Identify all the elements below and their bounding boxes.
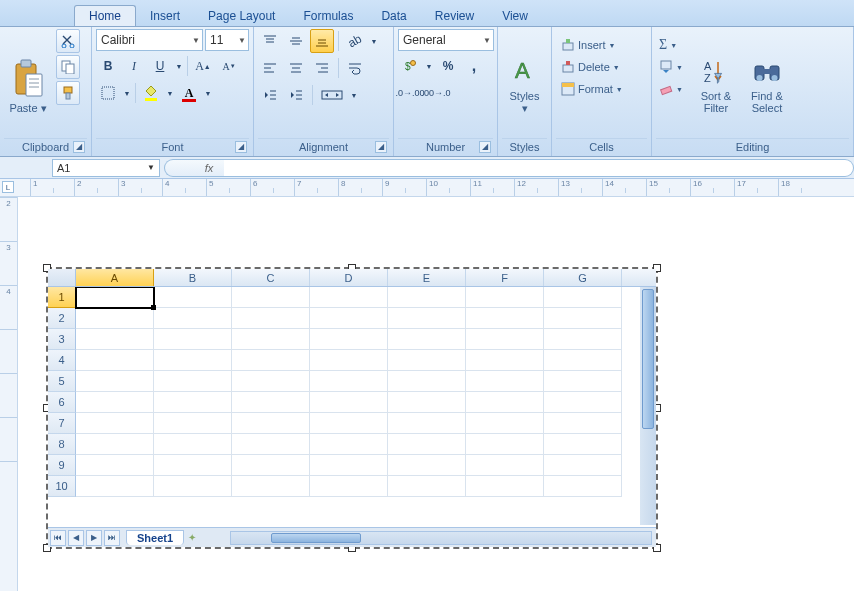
select-all-corner[interactable] — [48, 269, 76, 286]
cell[interactable] — [388, 329, 466, 350]
cell[interactable] — [232, 308, 310, 329]
cell[interactable] — [544, 329, 622, 350]
column-header[interactable]: A — [76, 269, 154, 286]
number-launcher[interactable]: ◢ — [479, 141, 491, 153]
sheet-tab[interactable]: Sheet1 — [126, 530, 184, 545]
tab-data[interactable]: Data — [367, 6, 420, 26]
cell[interactable] — [232, 476, 310, 497]
tab-formulas[interactable]: Formulas — [289, 6, 367, 26]
align-center-button[interactable] — [284, 56, 308, 80]
cell[interactable] — [466, 413, 544, 434]
cell[interactable] — [76, 476, 154, 497]
underline-button[interactable]: U — [148, 54, 172, 78]
cell[interactable] — [466, 434, 544, 455]
cell[interactable] — [154, 329, 232, 350]
cell[interactable] — [310, 413, 388, 434]
cell[interactable] — [544, 308, 622, 329]
tab-review[interactable]: Review — [421, 6, 488, 26]
cell[interactable] — [76, 371, 154, 392]
fill-color-button[interactable] — [139, 81, 163, 105]
cell[interactable] — [466, 371, 544, 392]
cell[interactable] — [310, 308, 388, 329]
cell[interactable] — [232, 287, 310, 308]
align-right-button[interactable] — [310, 56, 334, 80]
cell[interactable] — [466, 308, 544, 329]
autosum-button[interactable]: Σ ▼ — [656, 35, 686, 55]
tab-view[interactable]: View — [488, 6, 542, 26]
sheet-nav-next[interactable]: ▶ — [86, 530, 102, 546]
align-middle-button[interactable] — [284, 29, 308, 53]
row-header[interactable]: 4 — [48, 350, 76, 371]
row-header[interactable]: 9 — [48, 455, 76, 476]
cell[interactable] — [76, 434, 154, 455]
column-header[interactable]: C — [232, 269, 310, 286]
formula-bar[interactable] — [224, 159, 854, 177]
sheet-nav-last[interactable]: ⏭ — [104, 530, 120, 546]
row-header[interactable]: 7 — [48, 413, 76, 434]
cell[interactable] — [388, 455, 466, 476]
cell[interactable] — [232, 371, 310, 392]
cell[interactable] — [232, 455, 310, 476]
number-format-combo[interactable]: General▼ — [398, 29, 494, 51]
cell[interactable] — [76, 308, 154, 329]
row-header[interactable]: 5 — [48, 371, 76, 392]
clipboard-launcher[interactable]: ◢ — [73, 141, 85, 153]
cell[interactable] — [232, 392, 310, 413]
column-header[interactable]: D — [310, 269, 388, 286]
cell[interactable] — [154, 392, 232, 413]
cell[interactable] — [232, 434, 310, 455]
cell[interactable] — [154, 308, 232, 329]
row-header[interactable]: 8 — [48, 434, 76, 455]
fill-button[interactable]: ▼ — [656, 57, 686, 77]
column-header[interactable]: B — [154, 269, 232, 286]
cell[interactable] — [310, 455, 388, 476]
cell[interactable] — [232, 350, 310, 371]
borders-dropdown[interactable]: ▼ — [122, 81, 132, 105]
cell[interactable] — [310, 434, 388, 455]
cell[interactable] — [310, 329, 388, 350]
cell[interactable] — [388, 413, 466, 434]
row-header[interactable]: 10 — [48, 476, 76, 497]
cell[interactable] — [76, 287, 154, 308]
cell[interactable] — [154, 434, 232, 455]
cell[interactable] — [466, 287, 544, 308]
cell[interactable] — [388, 371, 466, 392]
increase-indent-button[interactable] — [284, 83, 308, 107]
underline-dropdown[interactable]: ▼ — [174, 54, 184, 78]
vertical-scrollbar[interactable] — [640, 287, 656, 525]
borders-button[interactable] — [96, 81, 120, 105]
name-box[interactable]: A1▼ — [52, 159, 160, 177]
horizontal-scrollbar[interactable] — [230, 531, 652, 545]
cell[interactable] — [154, 476, 232, 497]
cell[interactable] — [544, 476, 622, 497]
clear-button[interactable]: ▼ — [656, 79, 686, 99]
insert-cells-button[interactable]: Insert ▼ — [556, 35, 628, 55]
grow-font-button[interactable]: A▲ — [191, 54, 215, 78]
cell[interactable] — [466, 476, 544, 497]
align-top-button[interactable] — [258, 29, 282, 53]
cell[interactable] — [310, 392, 388, 413]
column-header[interactable]: G — [544, 269, 622, 286]
merge-dropdown[interactable]: ▼ — [349, 83, 359, 107]
sheet-nav-first[interactable]: ⏮ — [50, 530, 66, 546]
cell[interactable] — [544, 392, 622, 413]
new-sheet-button[interactable]: ✦ — [188, 532, 196, 543]
cell[interactable] — [544, 287, 622, 308]
decrease-decimal-button[interactable]: .00→.0 — [424, 81, 448, 105]
accounting-format-button[interactable]: $ — [398, 54, 422, 78]
cell[interactable] — [388, 434, 466, 455]
styles-button[interactable]: A Styles▾ — [502, 29, 547, 117]
orientation-dropdown[interactable]: ▼ — [369, 29, 379, 53]
tab-page-layout[interactable]: Page Layout — [194, 6, 289, 26]
cut-button[interactable] — [56, 29, 80, 53]
cell[interactable] — [154, 350, 232, 371]
cell[interactable] — [232, 413, 310, 434]
font-size-combo[interactable]: 11▼ — [205, 29, 249, 51]
fx-label[interactable]: fx — [194, 162, 224, 174]
decrease-indent-button[interactable] — [258, 83, 282, 107]
italic-button[interactable]: I — [122, 54, 146, 78]
cell[interactable] — [310, 287, 388, 308]
find-select-button[interactable]: Find & Select — [742, 29, 792, 117]
font-launcher[interactable]: ◢ — [235, 141, 247, 153]
percent-button[interactable]: % — [436, 54, 460, 78]
